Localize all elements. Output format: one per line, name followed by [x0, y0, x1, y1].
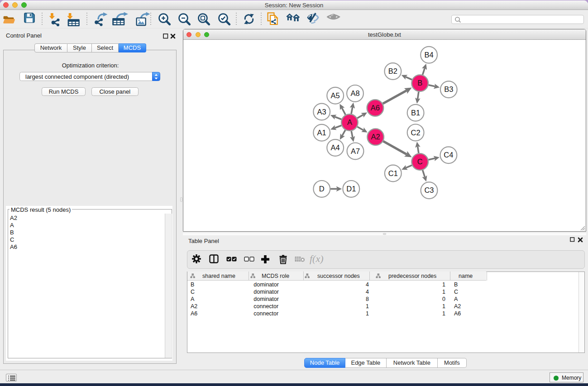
svg-text:A2: A2 — [371, 133, 380, 141]
svg-text:A7: A7 — [351, 147, 360, 155]
svg-text:B: B — [417, 79, 422, 87]
svg-text:B2: B2 — [388, 67, 397, 75]
svg-text:A1: A1 — [317, 129, 326, 137]
svg-text:A6: A6 — [371, 104, 380, 112]
svg-text:B3: B3 — [444, 85, 453, 93]
svg-text:C: C — [417, 157, 423, 166]
svg-text:C1: C1 — [388, 169, 398, 177]
svg-text:A5: A5 — [331, 91, 340, 100]
svg-text:C2: C2 — [411, 129, 421, 137]
svg-text:C3: C3 — [424, 186, 434, 194]
svg-text:D1: D1 — [346, 185, 356, 193]
svg-text:B4: B4 — [425, 51, 434, 59]
svg-text:B1: B1 — [411, 109, 420, 117]
svg-text:D: D — [319, 185, 325, 193]
svg-text:A8: A8 — [350, 89, 359, 97]
svg-text:A4: A4 — [331, 143, 340, 152]
svg-text:A3: A3 — [317, 108, 326, 116]
svg-text:C4: C4 — [444, 151, 453, 159]
svg-text:A: A — [347, 118, 352, 126]
